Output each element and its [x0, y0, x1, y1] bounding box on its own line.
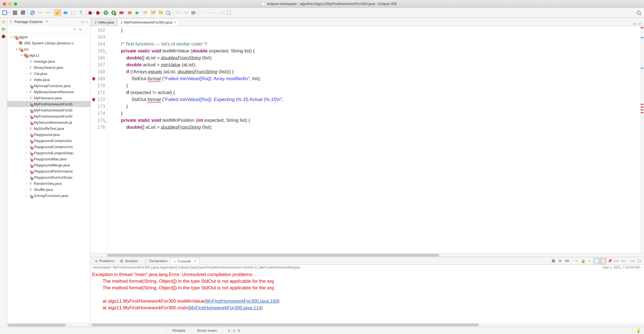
tree-row[interactable]: ›JMyFirstHomeworkFor30	[7, 107, 90, 113]
show-console-stdout-button[interactable]	[593, 258, 600, 264]
scroll-lock-button[interactable]: 🔒	[580, 258, 586, 264]
display-selected-console-button[interactable]: ▭	[613, 258, 620, 264]
structure-icon[interactable]: ⊞	[1, 19, 6, 24]
stack-trace-link[interactable]: MyFirstHomeworkFor300.java:114	[189, 305, 261, 310]
tree-row[interactable]: ›JPlaygroundMerge.java	[7, 162, 90, 168]
maximize-editor-icon[interactable]: ▢	[638, 22, 642, 26]
save-button[interactable]	[11, 9, 19, 16]
code-editor[interactable]: } /* Test functions --- lot's of similar…	[108, 26, 640, 253]
tip-bulb-icon[interactable]: 💡	[636, 328, 644, 333]
print-button[interactable]	[190, 9, 197, 16]
tree-row[interactable]: ›JShuffle.java	[7, 186, 90, 193]
tree-row[interactable]: ›JMyBinarySearchRemove	[7, 89, 90, 95]
link-editor-icon[interactable]: ⇆	[79, 27, 82, 31]
new-button[interactable]	[2, 9, 9, 16]
terminate-button[interactable]	[550, 258, 556, 264]
tree-row[interactable]: ›JPlaygroundContainsSor	[7, 138, 90, 144]
remove-all-launches-button[interactable]: ✕✕	[564, 258, 570, 264]
editor-gutter[interactable]: 162163164165⊖166167168169170171172173174…	[90, 26, 108, 253]
close-tab-icon[interactable]: ✕	[174, 21, 176, 24]
tree-row[interactable]: ›JPlayground.java	[7, 131, 90, 138]
tree-row[interactable]: ›JMySecondHomework.ja	[7, 119, 90, 125]
more-actions2-button[interactable]	[44, 9, 52, 16]
debug-red-button[interactable]: 🐞	[87, 9, 94, 16]
tree-horizontal-scrollbar[interactable]	[7, 323, 90, 327]
save-all-button[interactable]	[19, 9, 26, 16]
package-tree[interactable]: ▾algs4›JRE System Library [amazon-c▾src▾…	[7, 33, 90, 323]
tree-row[interactable]: ▾src	[7, 46, 90, 52]
minimize-window-button[interactable]	[8, 2, 12, 6]
open-type-button[interactable]	[149, 9, 157, 16]
editor-tab[interactable]: JMyFirstHomeworkFor300.java✕	[118, 19, 180, 26]
new-java-class-button[interactable]: ◉	[134, 9, 141, 16]
tree-row[interactable]: ›JMyShuffleTest.java	[7, 125, 90, 131]
tree-row[interactable]: ›JPlaygroundPerformance	[7, 168, 90, 174]
toggle-block-selection-button[interactable]	[62, 9, 69, 16]
bottom-tab[interactable]: ⊘Problems	[92, 258, 117, 264]
zoom-window-button[interactable]	[14, 2, 17, 6]
bottom-tab[interactable]: @Javadoc	[117, 258, 141, 264]
tree-row[interactable]: ▾algs11	[7, 52, 90, 58]
debug-button[interactable]: 🐞	[95, 9, 102, 16]
minimize-view-icon[interactable]: ▭	[81, 20, 84, 24]
remove-launch-button[interactable]: ✕	[557, 258, 563, 264]
tree-row[interactable]: ›JBinarySearch.java	[7, 64, 90, 70]
console-horizontal-scrollbar[interactable]	[90, 323, 644, 327]
open-perspective-button[interactable]	[225, 9, 232, 16]
run-button[interactable]	[103, 9, 110, 16]
tree-row[interactable]: ›JRE System Library [amazon-c	[7, 40, 90, 46]
search-button[interactable]	[165, 9, 172, 16]
tree-row[interactable]: ›JPlaygroundLongestSequ	[7, 150, 90, 156]
tree-row[interactable]: ▾algs4	[7, 34, 90, 40]
prev-annotation-button[interactable]: ↥	[182, 9, 190, 16]
tree-row[interactable]: ›JMyFibonacci.java	[7, 95, 90, 101]
next-annotation-button[interactable]: ↧	[175, 9, 182, 16]
back-button[interactable]: ←	[208, 9, 215, 16]
show-whitespace-button[interactable]: ¶	[77, 9, 85, 16]
open-task-button[interactable]	[157, 9, 164, 16]
tree-row[interactable]: ›JRandomSeq.java	[7, 180, 90, 186]
tree-row[interactable]: ›JPlaygroundSumUntil.jav	[7, 174, 90, 180]
bottom-tab[interactable]: 📄Declaration	[141, 258, 170, 264]
editor-horizontal-scrollbar[interactable]	[90, 253, 644, 257]
tree-row[interactable]: ›JMyFirstHomeworkFor40	[7, 113, 90, 119]
minimize-editor-icon[interactable]: ▭	[633, 22, 636, 26]
pin-console-button[interactable]: 📌	[607, 258, 613, 264]
tree-row[interactable]: ›JCat.java	[7, 70, 90, 77]
tree-row[interactable]: ›JMyArrayFunctions.java	[7, 83, 90, 89]
close-tab-icon[interactable]: ✕	[194, 259, 197, 263]
tree-row[interactable]: ›JPlaygroundContainsUns	[7, 144, 90, 150]
sync-button[interactable]: ⟳	[142, 9, 149, 16]
clear-console-button[interactable]: ✎	[573, 258, 580, 264]
tree-row[interactable]: ›JXArrayFunctions.java	[7, 193, 90, 199]
overview-ruler[interactable]	[640, 26, 644, 253]
console-output[interactable]: Exception in thread "main" java.lang.Err…	[90, 270, 644, 323]
new-java-package-button[interactable]	[126, 9, 133, 16]
view-menu-icon[interactable]: ⋮	[85, 27, 88, 31]
maximize-view-icon[interactable]: ▢	[85, 20, 88, 24]
close-window-button[interactable]	[3, 2, 6, 6]
wand-button[interactable]	[54, 9, 61, 16]
word-wrap-button[interactable]: ↵	[587, 258, 593, 264]
bottom-tab[interactable]: ▭Console✕	[170, 258, 200, 265]
bug-icon[interactable]: 🐞	[1, 34, 6, 39]
close-view-icon[interactable]: ✕	[46, 20, 48, 24]
show-console-stderr-button[interactable]	[600, 258, 606, 264]
tree-row[interactable]: ›JAverage.java	[7, 58, 90, 64]
stack-trace-link[interactable]: MyFirstHomeworkFor300.java:169	[206, 298, 278, 304]
tree-row[interactable]: ›JMyFirstHomeworkFor30	[7, 101, 90, 107]
forward-button[interactable]: →	[215, 9, 223, 16]
open-console-button[interactable]: ＋	[620, 258, 626, 264]
more-actions-button[interactable]	[37, 9, 44, 16]
coverage-button[interactable]	[110, 9, 118, 16]
maximize-console-icon[interactable]: ▢	[636, 258, 642, 264]
last-edit-button[interactable]: ⬸	[200, 9, 207, 16]
collapse-all-icon[interactable]: ⇱	[74, 27, 76, 31]
editor-tab[interactable]: JHello.java	[92, 19, 117, 26]
select-all-button[interactable]	[70, 9, 77, 16]
run-last-tool-button[interactable]	[118, 9, 125, 16]
refresh-icon[interactable]: ⟳	[1, 27, 6, 32]
tree-row[interactable]: ›JPlaygroundMax.java	[7, 156, 90, 162]
quick-access-button[interactable]	[635, 9, 642, 16]
skip-breakpoints-button[interactable]	[29, 9, 36, 16]
